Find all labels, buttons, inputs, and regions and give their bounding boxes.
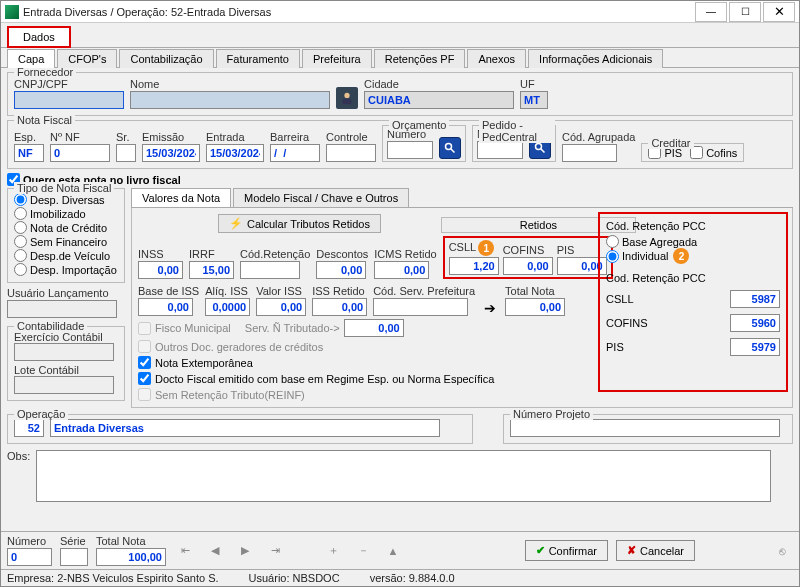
valoriss-input[interactable] (256, 298, 306, 316)
nome-input[interactable] (130, 91, 330, 109)
tab-capa[interactable]: Capa (7, 49, 55, 68)
usuario-label: Usuário Lançamento (7, 287, 125, 299)
app-icon (5, 5, 19, 19)
uf-input[interactable] (520, 91, 548, 109)
baseiss-input[interactable] (138, 298, 193, 316)
icmsret-input[interactable] (374, 261, 429, 279)
itab-valores[interactable]: Valores da Nota (131, 188, 231, 207)
svg-line-3 (451, 149, 455, 153)
tipo-nota-legend: Tipo de Nota Fiscal (14, 182, 114, 194)
inss-input[interactable] (138, 261, 183, 279)
btn-calcular-tributos[interactable]: ⚡Calcular Tributos Retidos (218, 214, 381, 233)
csll-input[interactable] (449, 257, 499, 275)
tab-faturamento[interactable]: Faturamento (216, 49, 300, 68)
cofins-input[interactable] (503, 257, 553, 275)
svg-rect-1 (343, 99, 352, 104)
orcamento-input[interactable] (387, 141, 433, 159)
pcc-cofins-label: COFINS (606, 317, 648, 329)
cancelar-button[interactable]: ✘Cancelar (616, 540, 695, 561)
cidade-input[interactable] (364, 91, 514, 109)
issretido-input[interactable] (312, 298, 367, 316)
pcc-pis-input[interactable] (730, 338, 780, 356)
confirmar-button[interactable]: ✔Confirmar (525, 540, 608, 561)
ft-total-input[interactable] (96, 548, 166, 566)
exercicio-label: Exercício Contábil (14, 331, 103, 343)
obs-textarea[interactable] (36, 450, 771, 502)
totalnota-input[interactable] (505, 298, 565, 316)
codserv-label: Cód. Serv. Prefeitura (373, 285, 475, 297)
avatar-icon (336, 87, 358, 109)
sr-input[interactable] (116, 144, 136, 162)
status-usuario: Usuário: NBSDOC (249, 572, 340, 584)
desc-input[interactable] (316, 261, 366, 279)
pcc-pis-label: PIS (606, 341, 624, 353)
creditar-cofins-check[interactable]: Cofins (690, 146, 737, 159)
tab-contabilizacao[interactable]: Contabilização (119, 49, 213, 68)
tab-retencoes-pf[interactable]: Retenções PF (374, 49, 466, 68)
issretido-label: ISS Retido (312, 285, 367, 297)
edit-icon: ▲ (382, 540, 404, 562)
arrow-icon: ➔ (481, 300, 499, 316)
aliqiss-input[interactable] (205, 298, 250, 316)
aliqiss-label: Alíq. ISS (205, 285, 250, 297)
ft-numero-input[interactable] (7, 548, 52, 566)
barreira-input[interactable] (270, 144, 320, 162)
tab-prefeitura[interactable]: Prefeitura (302, 49, 372, 68)
radio-base-agregada[interactable]: Base Agregada (606, 235, 780, 248)
contab-legend: Contabilidade (14, 320, 87, 332)
projeto-input[interactable] (510, 419, 780, 437)
serv-ntrib-input[interactable] (344, 319, 404, 337)
radio-imobilizado[interactable]: Imobilizado (14, 207, 118, 220)
esp-input[interactable] (14, 144, 44, 162)
emissao-label: Emissão (142, 131, 200, 143)
extemp-check[interactable] (138, 356, 151, 369)
desc-label: Descontos (316, 248, 368, 260)
cnpj-input[interactable] (14, 91, 124, 109)
radio-sem-financeiro[interactable]: Sem Financeiro (14, 235, 118, 248)
outros-check (138, 340, 151, 353)
codserv-input[interactable] (373, 298, 468, 316)
operacao-nome-input[interactable] (50, 419, 440, 437)
codret-input[interactable] (240, 261, 300, 279)
nf-input[interactable] (50, 144, 110, 162)
radio-desp-diversas[interactable]: Desp. Diversas (14, 193, 118, 206)
tab-dados[interactable]: Dados (7, 26, 71, 48)
radio-desp-importacao[interactable]: Desp. Importação (14, 263, 118, 276)
nav-prev-icon: ◀ (204, 540, 226, 562)
minimize-button[interactable]: — (695, 2, 727, 22)
pcc-csll-input[interactable] (730, 290, 780, 308)
docto-check[interactable] (138, 372, 151, 385)
radio-desp-veiculo[interactable]: Desp.de Veículo (14, 249, 118, 262)
ft-total-label: Total Nota (96, 535, 166, 547)
tab-info-adicionais[interactable]: Informações Adicionais (528, 49, 663, 68)
entrada-input[interactable] (206, 144, 264, 162)
inss-label: INSS (138, 248, 183, 260)
window-title: Entrada Diversas / Operação: 52-Entrada … (23, 6, 693, 18)
pcc-cofins-input[interactable] (730, 314, 780, 332)
svg-point-0 (344, 93, 349, 98)
radio-individual[interactable]: Individual2 (606, 248, 780, 264)
totalnota-label: Total Nota (505, 285, 565, 297)
pedido-input[interactable] (477, 141, 523, 159)
operacao-cod-input[interactable] (14, 419, 44, 437)
irrf-label: IRRF (189, 248, 234, 260)
irrf-input[interactable] (189, 261, 234, 279)
operacao-legend: Operação (14, 408, 68, 420)
entrada-label: Entrada (206, 131, 264, 143)
livro-fiscal-check[interactable]: Quero esta nota no livro fiscal (7, 173, 793, 186)
tab-anexos[interactable]: Anexos (467, 49, 526, 68)
badge-2: 2 (673, 248, 689, 264)
ft-serie-input[interactable] (60, 548, 88, 566)
emissao-input[interactable] (142, 144, 200, 162)
maximize-button[interactable]: ☐ (729, 2, 761, 22)
close-button[interactable]: ✕ (763, 2, 795, 22)
svg-point-2 (446, 144, 452, 150)
status-empresa: Empresa: 2-NBS Veiculos Espirito Santo S… (7, 572, 219, 584)
orcamento-search-button[interactable] (439, 137, 461, 159)
itab-modelo[interactable]: Modelo Fiscal / Chave e Outros (233, 188, 409, 207)
controle-input[interactable] (326, 144, 376, 162)
ft-numero-label: Número (7, 535, 52, 547)
tab-cfops[interactable]: CFOP's (57, 49, 117, 68)
cod-agrupada-input[interactable] (562, 144, 617, 162)
radio-nota-credito[interactable]: Nota de Crédito (14, 221, 118, 234)
